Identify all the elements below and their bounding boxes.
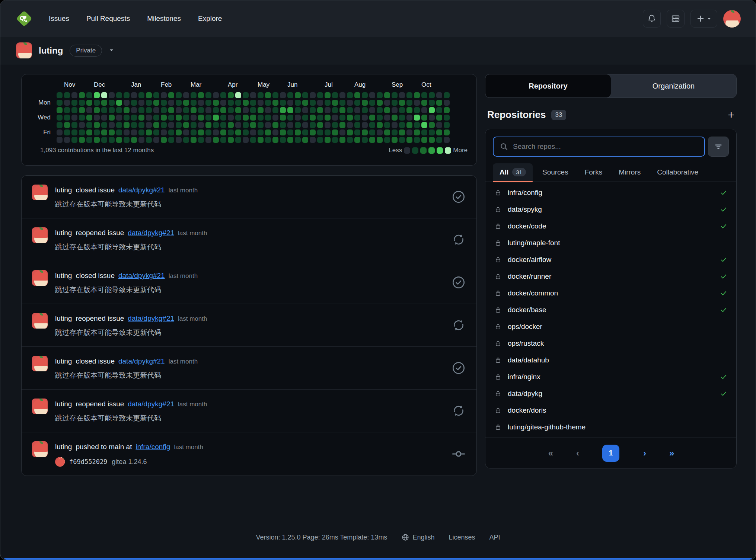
heatmap-cell[interactable] [302,137,308,143]
heatmap-cell[interactable] [302,100,308,106]
feed-actor-avatar[interactable] [32,441,48,457]
heatmap-cell[interactable] [444,92,450,98]
heatmap-cell[interactable] [317,129,323,135]
heatmap-cell[interactable] [79,122,85,128]
nav-link-pull-requests[interactable]: Pull Requests [86,15,130,23]
pagination-prev-button[interactable]: ‹ [576,448,578,458]
heatmap-cell[interactable] [176,115,182,121]
heatmap-cell[interactable] [116,107,122,113]
heatmap-cell[interactable] [109,92,115,98]
heatmap-cell[interactable] [406,100,412,106]
heatmap-cell[interactable] [168,115,174,121]
heatmap-cell[interactable] [94,92,100,98]
heatmap-cell[interactable] [138,107,144,113]
nav-link-issues[interactable]: Issues [49,15,69,23]
heatmap-cell[interactable] [295,129,301,135]
heatmap-cell[interactable] [124,100,130,106]
heatmap-cell[interactable] [265,115,271,121]
feed-actor-avatar[interactable] [32,313,48,329]
heatmap-cell[interactable] [444,122,450,128]
heatmap-cell[interactable] [250,107,256,113]
heatmap-cell[interactable] [369,122,375,128]
heatmap-cell[interactable] [384,137,390,143]
heatmap-cell[interactable] [168,100,174,106]
heatmap-cell[interactable] [354,137,360,143]
profile-dropdown-caret[interactable] [109,47,114,54]
heatmap-cell[interactable] [325,100,331,106]
heatmap-cell[interactable] [392,107,398,113]
heatmap-cell[interactable] [317,122,323,128]
heatmap-cell[interactable] [243,115,249,121]
heatmap-cell[interactable] [399,137,405,143]
heatmap-cell[interactable] [198,100,204,106]
heatmap-cell[interactable] [71,107,77,113]
repo-row[interactable]: docker/code [485,218,736,234]
heatmap-cell[interactable] [124,115,130,121]
heatmap-cell[interactable] [429,92,435,98]
heatmap-cell[interactable] [295,92,301,98]
heatmap-cell[interactable] [146,100,152,106]
heatmap-cell[interactable] [235,122,241,128]
heatmap-cell[interactable] [235,137,241,143]
heatmap-cell[interactable] [444,100,450,106]
repo-name-link[interactable]: docker/base [508,306,546,314]
heatmap-cell[interactable] [384,129,390,135]
heatmap-cell[interactable] [369,137,375,143]
heatmap-cell[interactable] [57,137,63,143]
heatmap-cell[interactable] [392,115,398,121]
heatmap-cell[interactable] [302,122,308,128]
repo-row[interactable]: luting/maple-font [485,234,736,251]
heatmap-cell[interactable] [213,137,219,143]
feed-actor-avatar[interactable] [32,227,48,243]
repo-row[interactable]: docker/common [485,285,736,301]
heatmap-cell[interactable] [153,92,159,98]
heatmap-cell[interactable] [183,137,189,143]
heatmap-cell[interactable] [265,122,271,128]
heatmap-cell[interactable] [436,92,442,98]
heatmap-cell[interactable] [198,115,204,121]
footer-licenses-link[interactable]: Licenses [449,534,475,541]
heatmap-cell[interactable] [86,92,92,98]
heatmap-cell[interactable] [71,100,77,106]
footer-api-link[interactable]: API [489,534,500,541]
notifications-button[interactable] [643,10,661,28]
heatmap-cell[interactable] [57,100,63,106]
heatmap-cell[interactable] [429,100,435,106]
repo-row[interactable]: ops/rustack [485,335,736,352]
heatmap-cell[interactable] [429,115,435,121]
feed-target-link[interactable]: data/dpykg#21 [128,229,174,237]
heatmap-cell[interactable] [414,107,420,113]
heatmap-cell[interactable] [362,92,368,98]
heatmap-cell[interactable] [280,92,286,98]
heatmap-cell[interactable] [153,137,159,143]
heatmap-cell[interactable] [436,137,442,143]
heatmap-cell[interactable] [153,129,159,135]
heatmap-cell[interactable] [258,92,264,98]
heatmap-cell[interactable] [332,122,338,128]
heatmap-cell[interactable] [124,137,130,143]
heatmap-cell[interactable] [146,129,152,135]
heatmap-cell[interactable] [362,115,368,121]
heatmap-cell[interactable] [421,107,427,113]
heatmap-cell[interactable] [258,129,264,135]
heatmap-cell[interactable] [57,107,63,113]
repo-name-link[interactable]: docker/airflow [508,256,551,264]
heatmap-cell[interactable] [205,100,211,106]
heatmap-cell[interactable] [94,107,100,113]
heatmap-cell[interactable] [436,100,442,106]
heatmap-cell[interactable] [168,122,174,128]
heatmap-cell[interactable] [272,100,278,106]
repo-row[interactable]: docker/base [485,301,736,318]
heatmap-cell[interactable] [220,137,226,143]
pagination-current-page[interactable]: 1 [602,445,619,462]
pagination-last-button[interactable]: » [669,448,673,458]
footer-language-selector[interactable]: English [401,533,434,541]
heatmap-cell[interactable] [399,100,405,106]
heatmap-cell[interactable] [64,115,70,121]
heatmap-cell[interactable] [131,107,137,113]
heatmap-cell[interactable] [243,137,249,143]
heatmap-cell[interactable] [71,137,77,143]
heatmap-cell[interactable] [369,100,375,106]
heatmap-cell[interactable] [414,137,420,143]
repo-name-link[interactable]: ops/rustack [508,339,544,348]
